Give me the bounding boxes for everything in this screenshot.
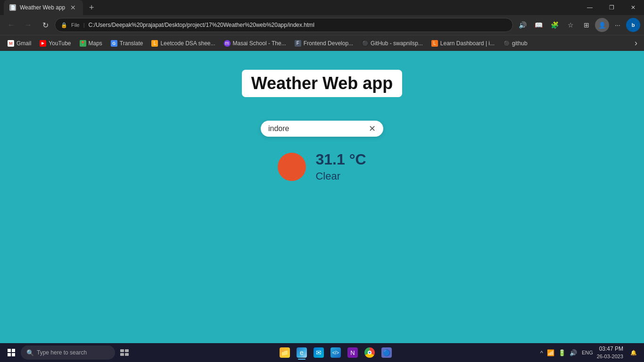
url-bar[interactable]: 🔒 File | C:/Users/Deepak%20prajapat/Desk… [55, 18, 513, 32]
maps-icon: 📍 [80, 40, 86, 47]
tray-battery[interactable]: 🔋 [557, 348, 567, 357]
chrome-icon [364, 347, 375, 358]
bookmark-github2[interactable]: ⚫ github [499, 38, 531, 49]
protocol-icon: 🔒 [61, 22, 67, 28]
bookmark-frontend[interactable]: F Frontend Develop... [291, 38, 357, 49]
taskbar-file-explorer[interactable]: 📁 [277, 345, 292, 360]
bookmarks-bar: M Gmail ▶ YouTube 📍 Maps G Translate L L… [0, 35, 644, 51]
browser-tab[interactable]: 📄 Weather Web app ✕ [4, 0, 83, 15]
youtube-icon: ▶ [40, 40, 46, 47]
bookmark-github-label: GitHub - swapnilsp... [371, 40, 423, 47]
profile-button[interactable]: 👤 [595, 18, 609, 32]
bookmark-translate-label: Translate [120, 40, 143, 47]
url-text[interactable]: C:/Users/Deepak%20prajapat/Desktop/proje… [89, 22, 507, 28]
taskbar-apps: 📁 e ✉ </> N 🔵 [132, 345, 539, 360]
address-bar: ← → ↻ 🔒 File | C:/Users/Deepak%20prajapa… [0, 15, 644, 35]
clock-time: 03:47 PM [597, 345, 623, 353]
weather-info: 31.1 °C Clear [315, 151, 366, 182]
collections-button[interactable]: ⊞ [579, 17, 594, 33]
webpage-content: Weather Web app ✕ 31.1 °C Clear [0, 51, 644, 343]
tray-icons: ^ 📶 🔋 🔊 [539, 348, 578, 357]
bing-copilot-button[interactable]: b [626, 18, 640, 32]
bookmark-leetcode[interactable]: L Leetcode DSA shee... [148, 38, 219, 49]
bookmark-learn[interactable]: L Learn Dashboard | i... [428, 38, 498, 49]
file-explorer-icon: 📁 [280, 347, 290, 358]
weather-sun-icon [278, 153, 306, 181]
condition-display: Clear [315, 170, 366, 182]
tray-arrow[interactable]: ^ [539, 348, 544, 357]
app-title-container: Weather Web app [242, 70, 403, 97]
protocol-label: File [71, 22, 80, 28]
taskbar-chrome[interactable] [362, 345, 377, 360]
app-title: Weather Web app [251, 74, 393, 93]
taskbar-onenote[interactable]: N [345, 345, 360, 360]
forward-button[interactable]: → [21, 17, 36, 33]
taskbar-right: ^ 📶 🔋 🔊 ENG 03:47 PM 26-03-2023 🔔 [539, 345, 640, 360]
taskbar-app-blue[interactable]: 🔵 [379, 345, 394, 360]
github2-icon: ⚫ [503, 40, 510, 47]
task-view-button[interactable] [117, 345, 132, 360]
read-aloud-button[interactable]: 🔊 [515, 17, 530, 33]
onenote-icon: N [347, 347, 358, 358]
bookmark-maps-label: Maps [89, 40, 102, 47]
tray-network[interactable]: 📶 [546, 348, 555, 357]
vscode-icon: </> [330, 347, 341, 358]
bookmark-frontend-label: Frontend Develop... [304, 40, 353, 47]
new-tab-button[interactable]: + [85, 1, 98, 14]
address-actions: 🔊 📖 🧩 ☆ ⊞ 👤 ··· b [515, 17, 640, 33]
bookmark-maps[interactable]: 📍 Maps [76, 38, 106, 49]
tab-favicon: 📄 [9, 4, 16, 11]
mail-icon: ✉ [314, 347, 324, 358]
translate-icon: G [111, 40, 117, 47]
window-controls: — ❐ ✕ [579, 0, 644, 15]
bookmark-youtube[interactable]: ▶ YouTube [36, 38, 74, 49]
back-button[interactable]: ← [4, 17, 19, 33]
title-bar: 📄 Weather Web app ✕ + — ❐ ✕ [0, 0, 644, 15]
bookmark-translate[interactable]: G Translate [107, 38, 147, 49]
language-indicator: ENG [582, 350, 593, 355]
taskbar-mail[interactable]: ✉ [311, 345, 326, 360]
taskbar: 🔍 Type here to search 📁 e ✉ </> N [0, 343, 644, 362]
blue-app-icon: 🔵 [381, 347, 392, 358]
taskbar-search[interactable]: 🔍 Type here to search [21, 346, 115, 360]
leetcode-icon: L [151, 40, 158, 47]
bookmark-youtube-label: YouTube [49, 40, 71, 47]
notification-button[interactable]: 🔔 [627, 346, 640, 359]
close-button[interactable]: ✕ [622, 0, 644, 15]
taskbar-vscode[interactable]: </> [328, 345, 343, 360]
tab-close-button[interactable]: ✕ [69, 3, 77, 12]
title-bar-left: 📄 Weather Web app ✕ + [0, 0, 579, 15]
taskbar-edge[interactable]: e [294, 345, 309, 360]
start-button[interactable] [4, 345, 19, 360]
bookmark-leetcode-label: Leetcode DSA shee... [160, 40, 215, 47]
bookmark-gmail[interactable]: M Gmail [4, 38, 35, 49]
city-search-input[interactable] [268, 124, 365, 133]
edge-icon: e [297, 347, 307, 358]
temperature-display: 31.1 °C [315, 151, 366, 168]
weather-result: 31.1 °C Clear [278, 151, 366, 182]
url-separator: | [83, 22, 85, 28]
tray-sound[interactable]: 🔊 [569, 348, 578, 357]
bookmarks-more-button[interactable]: › [632, 36, 640, 50]
clear-search-button[interactable]: ✕ [369, 124, 376, 133]
gmail-icon: M [8, 40, 14, 47]
bookmark-gmail-label: Gmail [17, 40, 31, 47]
taskbar-search-icon: 🔍 [26, 349, 34, 356]
datetime-display[interactable]: 03:47 PM 26-03-2023 [597, 345, 623, 360]
extensions-button[interactable]: 🧩 [547, 17, 562, 33]
clock-date: 26-03-2023 [597, 353, 623, 360]
minimize-button[interactable]: — [579, 0, 601, 15]
favorites-button[interactable]: ☆ [563, 17, 578, 33]
search-box: ✕ [261, 121, 383, 137]
maximize-button[interactable]: ❐ [601, 0, 622, 15]
bookmark-github2-label: github [512, 40, 528, 47]
immersive-reader-button[interactable]: 📖 [531, 17, 546, 33]
bookmark-masai[interactable]: m Masai School - The... [220, 38, 290, 49]
frontend-icon: F [295, 40, 301, 47]
task-view-icon [120, 349, 129, 356]
bookmark-learn-label: Learn Dashboard | i... [440, 40, 495, 47]
reload-button[interactable]: ↻ [38, 17, 53, 33]
bookmark-github[interactable]: ⚫ GitHub - swapnilsp... [358, 38, 427, 49]
masai-icon: m [224, 40, 231, 47]
settings-more-button[interactable]: ··· [610, 17, 625, 33]
